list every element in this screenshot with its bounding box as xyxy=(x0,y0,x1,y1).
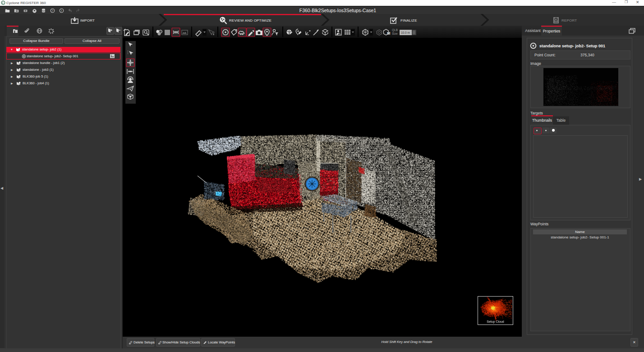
svg-text:QLB: QLB xyxy=(392,28,398,32)
svg-text:i: i xyxy=(61,9,62,12)
svg-text:10.0 m: 10.0 m xyxy=(401,31,410,34)
svg-text:Size:: Size: xyxy=(392,32,399,35)
svg-text:?: ? xyxy=(52,9,54,12)
svg-text:M: M xyxy=(387,31,391,36)
